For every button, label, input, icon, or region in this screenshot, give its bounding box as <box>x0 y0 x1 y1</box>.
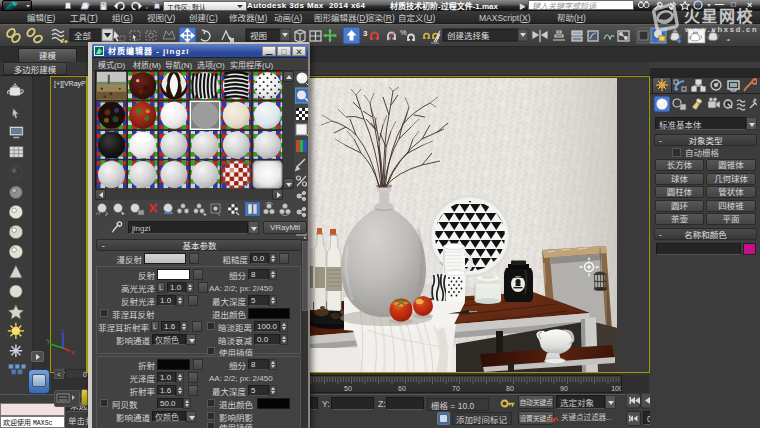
svg-text:80: 80 <box>506 385 514 392</box>
svg-text:90: 90 <box>560 385 568 392</box>
svg-text:%: % <box>400 26 407 37</box>
svg-text:70: 70 <box>452 385 460 392</box>
svg-text:60: 60 <box>398 385 406 392</box>
svg-text:100: 100 <box>611 385 621 392</box>
svg-text:x: x <box>71 347 75 357</box>
svg-text:?: ? <box>696 0 700 10</box>
svg-text:Y: Y <box>46 336 51 346</box>
svg-text:创建选择集: 创建选择集 <box>447 29 490 41</box>
svg-text:全部: 全部 <box>74 29 92 41</box>
svg-text:视图: 视图 <box>250 29 267 41</box>
svg-text:50: 50 <box>344 385 352 392</box>
svg-text:3: 3 <box>363 27 368 38</box>
svg-text:z: z <box>61 328 65 336</box>
